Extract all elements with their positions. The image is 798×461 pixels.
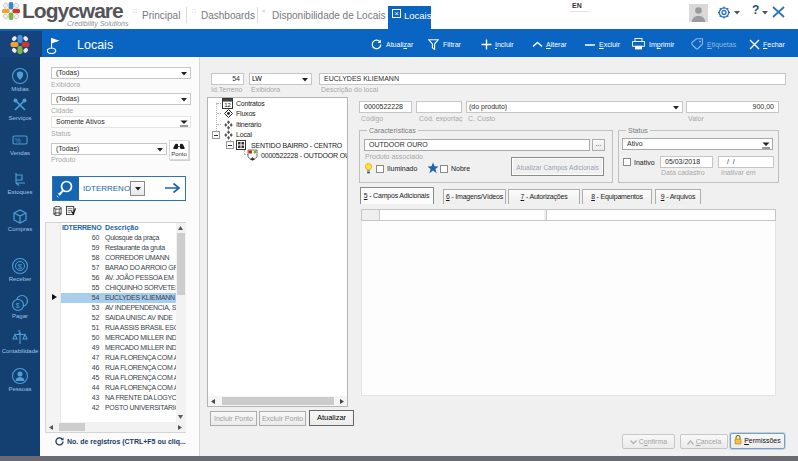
svg-text:$: $: [18, 329, 21, 335]
svg-text:$: $: [16, 302, 20, 309]
svg-text:%: %: [15, 137, 21, 144]
svg-text:12: 12: [224, 102, 231, 108]
svg-text:$: $: [18, 262, 23, 271]
